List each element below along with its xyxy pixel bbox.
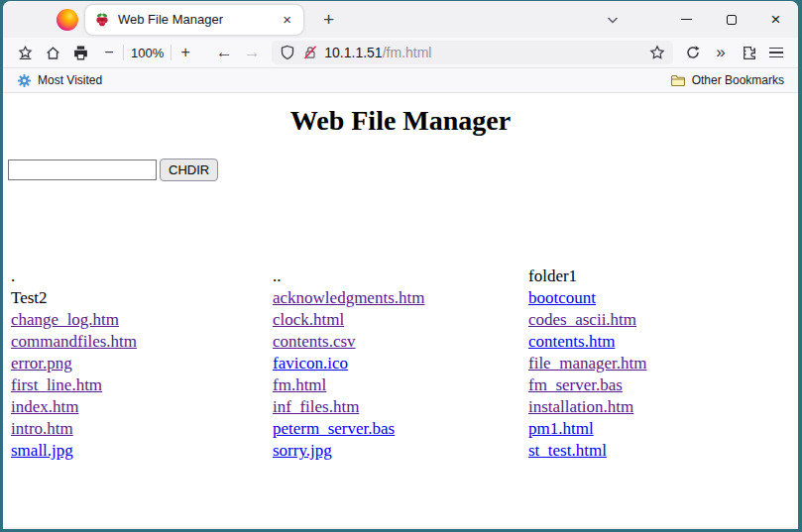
file-entry[interactable]: small.jpg — [11, 440, 73, 462]
tab-title: Web File Manager — [118, 12, 280, 27]
tracking-shield-icon[interactable] — [280, 45, 295, 60]
file-entry: folder1 — [528, 266, 577, 287]
file-entry[interactable]: pm1.html — [528, 418, 594, 440]
tab-bar: Web File Manager × + × — [3, 1, 798, 38]
overflow-menu-icon[interactable]: » — [707, 40, 735, 65]
url-path: /fm.html — [383, 45, 432, 60]
file-entry[interactable]: clock.html — [273, 309, 344, 331]
file-entry[interactable]: commandfiles.htm — [11, 331, 137, 353]
zoom-in-icon[interactable]: + — [174, 40, 196, 65]
window-minimize-button[interactable] — [664, 1, 709, 38]
extensions-puzzle-icon[interactable] — [735, 40, 762, 65]
url-host: 10.1.1.51 — [324, 45, 382, 60]
chdir-button[interactable]: CHDIR — [160, 159, 218, 181]
list-all-tabs-chevron-icon[interactable] — [605, 12, 621, 28]
folder-icon — [670, 72, 686, 88]
file-entry[interactable]: index.htm — [11, 396, 78, 418]
firefox-view-icon[interactable] — [57, 9, 78, 31]
gear-icon — [17, 73, 32, 88]
chdir-form: CHDIR — [8, 159, 798, 181]
new-tab-button[interactable]: + — [317, 9, 340, 31]
other-bookmarks-button[interactable]: Other Bookmarks — [666, 70, 788, 90]
file-column-3: folder1bootcountcodes_ascii.htmcontents.… — [528, 266, 798, 462]
file-entry[interactable]: codes_ascii.htm — [528, 309, 636, 331]
window-close-button[interactable]: × — [753, 1, 798, 38]
file-entry[interactable]: sorry.jpg — [273, 440, 332, 462]
file-entry[interactable]: first_line.htm — [11, 374, 102, 396]
file-entry: . — [11, 266, 15, 287]
other-bookmarks-label: Other Bookmarks — [692, 73, 784, 87]
tab-close-icon[interactable]: × — [280, 11, 294, 28]
navigation-toolbar: − 100% + ← → 10.1.1.51/fm.html — [3, 38, 798, 67]
file-entry: Test2 — [11, 287, 48, 309]
file-entry[interactable]: peterm_server.bas — [273, 418, 395, 440]
page-content: Web File Manager CHDIR .Test2change_log.… — [3, 93, 798, 527]
file-entry[interactable]: inf_files.htm — [273, 396, 359, 418]
bookmark-most-visited[interactable]: Most Visited — [13, 71, 106, 90]
file-entry[interactable]: file_manager.htm — [528, 353, 646, 374]
bookmark-label: Most Visited — [38, 73, 102, 87]
window-maximize-button[interactable] — [709, 1, 753, 38]
file-entry[interactable]: installation.htm — [528, 396, 633, 418]
close-icon: × — [771, 11, 781, 28]
zoom-level[interactable]: 100% — [127, 46, 168, 60]
page-title: Web File Manager — [3, 105, 798, 137]
address-bar[interactable]: 10.1.1.51/fm.html — [272, 41, 673, 64]
insecure-lock-icon[interactable] — [302, 45, 318, 60]
file-entry[interactable]: favicon.ico — [273, 353, 348, 374]
home-icon[interactable] — [39, 40, 66, 65]
file-entry[interactable]: fm.html — [273, 374, 326, 396]
file-entry[interactable]: change_log.htm — [11, 309, 119, 331]
url-text[interactable]: 10.1.1.51/fm.html — [324, 45, 649, 60]
file-column-1: .Test2change_log.htmcommandfiles.htmerro… — [11, 266, 273, 462]
raspberry-favicon-icon — [94, 12, 110, 28]
file-entry[interactable]: error.png — [11, 353, 72, 374]
app-menu-hamburger-icon[interactable] — [762, 40, 790, 65]
back-icon[interactable]: ← — [210, 40, 238, 65]
chdir-path-input[interactable] — [8, 160, 157, 180]
file-entry: .. — [273, 266, 282, 287]
browser-window: Web File Manager × + × — [3, 1, 798, 529]
file-entry[interactable]: bootcount — [528, 287, 596, 309]
file-listing: .Test2change_log.htmcommandfiles.htmerro… — [11, 266, 798, 462]
reload-icon[interactable] — [679, 40, 707, 65]
maximize-icon — [727, 15, 737, 25]
active-tab[interactable]: Web File Manager × — [85, 5, 303, 35]
bookmarks-bar: Most Visited Other Bookmarks — [3, 67, 798, 93]
file-entry[interactable]: fm_server.bas — [528, 374, 623, 396]
zoom-out-icon[interactable]: − — [98, 40, 120, 65]
file-entry[interactable]: contents.csv — [273, 331, 356, 353]
bookmark-star-icon[interactable] — [649, 45, 665, 60]
minimize-icon — [681, 19, 692, 20]
file-entry[interactable]: st_test.html — [528, 440, 607, 462]
bookmarks-toolbar-icon[interactable] — [11, 40, 39, 65]
print-icon[interactable] — [66, 40, 94, 65]
file-entry[interactable]: acknowledgments.htm — [273, 287, 424, 309]
file-entry[interactable]: contents.htm — [528, 331, 615, 353]
file-column-2: ..acknowledgments.htmclock.htmlcontents.… — [273, 266, 528, 462]
zoom-controls: − 100% + — [98, 40, 196, 65]
file-entry[interactable]: intro.htm — [11, 418, 73, 440]
forward-icon[interactable]: → — [238, 40, 266, 65]
